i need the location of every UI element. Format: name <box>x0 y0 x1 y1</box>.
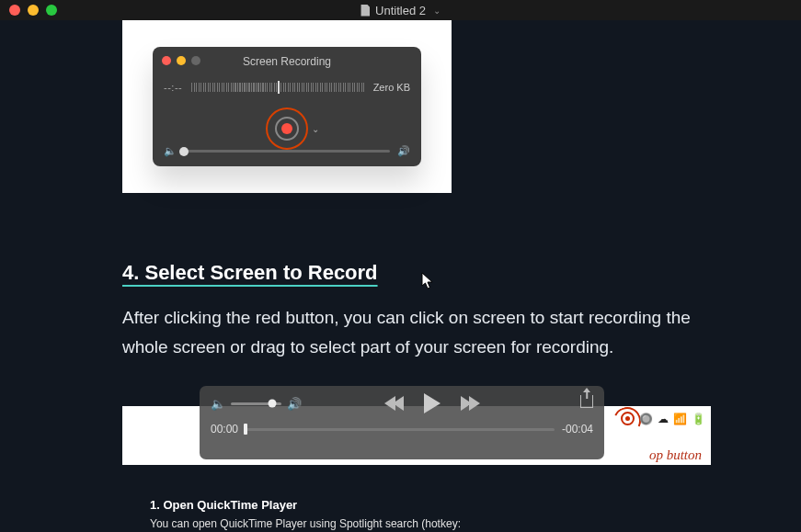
volume-high-icon: 🔊 <box>397 145 410 157</box>
volume-slider <box>184 150 390 153</box>
quicktime-title: Screen Recording <box>153 55 421 68</box>
wifi-icon: 📶 <box>673 413 687 425</box>
player-volume-slider[interactable] <box>231 402 281 405</box>
cursor-icon <box>421 272 436 290</box>
volume-mute-icon[interactable]: 🔈 <box>211 397 225 411</box>
minimize-window-button[interactable] <box>28 5 39 16</box>
section-heading: 4. Select Screen to Record <box>122 261 378 285</box>
quicktime-info-row: --:-- Zero KB <box>164 82 410 93</box>
video-player-controls: 🔈 🔊 00:00 -00:04 <box>200 386 604 459</box>
document-title-group[interactable]: Untitled 2 ⌄ <box>360 4 441 17</box>
volume-high-icon[interactable]: 🔊 <box>287 397 302 411</box>
stop-recording-menubar-icon <box>621 412 635 425</box>
share-icon[interactable] <box>580 395 593 408</box>
document-content: er to learn Screen Recording --:-- Zero … <box>0 20 801 532</box>
zoom-window-button[interactable] <box>46 5 57 16</box>
screenshot-quicktime-panel: Screen Recording --:-- Zero KB ⌄ 🔈 🔊 <box>122 20 452 193</box>
record-button-highlight: ⌄ <box>266 108 308 150</box>
sub-document-heading: 1. Open QuickTime Player <box>150 498 461 512</box>
section-body: After clicking the red button, you can c… <box>122 303 727 363</box>
player-volume-group: 🔈 🔊 <box>211 397 302 411</box>
player-remaining: -00:04 <box>562 423 593 436</box>
quicktime-panel: Screen Recording --:-- Zero KB ⌄ 🔈 🔊 <box>153 47 421 166</box>
chevron-down-icon: ⌄ <box>433 6 441 16</box>
play-button[interactable] <box>424 393 441 413</box>
skip-forward-button[interactable] <box>461 396 480 411</box>
close-window-button[interactable] <box>9 5 20 16</box>
updates-icon: 🔘 <box>639 413 653 425</box>
player-volume-thumb[interactable] <box>269 400 277 408</box>
mac-menubar-icons: 🔘 ☁ 📶 🔋 <box>621 412 705 425</box>
document-icon <box>360 5 370 17</box>
quicktime-size: Zero KB <box>373 82 410 93</box>
volume-thumb <box>179 147 189 156</box>
window-controls <box>0 5 57 16</box>
player-progress-thumb[interactable] <box>244 424 247 435</box>
window-titlebar: Untitled 2 ⌄ <box>0 0 801 20</box>
player-progress-slider[interactable] <box>246 428 555 431</box>
volume-mute-icon: 🔈 <box>164 145 177 157</box>
record-button <box>275 117 299 141</box>
player-transport <box>384 393 480 413</box>
cloud-icon: ☁ <box>658 413 669 425</box>
battery-icon: 🔋 <box>692 413 705 425</box>
record-icon <box>281 123 292 134</box>
skip-back-button[interactable] <box>384 396 404 411</box>
sub-document-body: You can open QuickTime Player using Spot… <box>150 517 461 530</box>
annotation-stop-label: op button <box>649 447 702 463</box>
quicktime-volume-row: 🔈 🔊 <box>164 145 410 157</box>
player-elapsed: 00:00 <box>211 423 238 436</box>
quicktime-time: --:-- <box>164 82 182 93</box>
chevron-down-icon: ⌄ <box>312 124 319 134</box>
sub-document: 1. Open QuickTime Player You can open Qu… <box>150 498 461 530</box>
document-title: Untitled 2 <box>375 4 426 17</box>
audio-level-icon <box>191 83 363 92</box>
